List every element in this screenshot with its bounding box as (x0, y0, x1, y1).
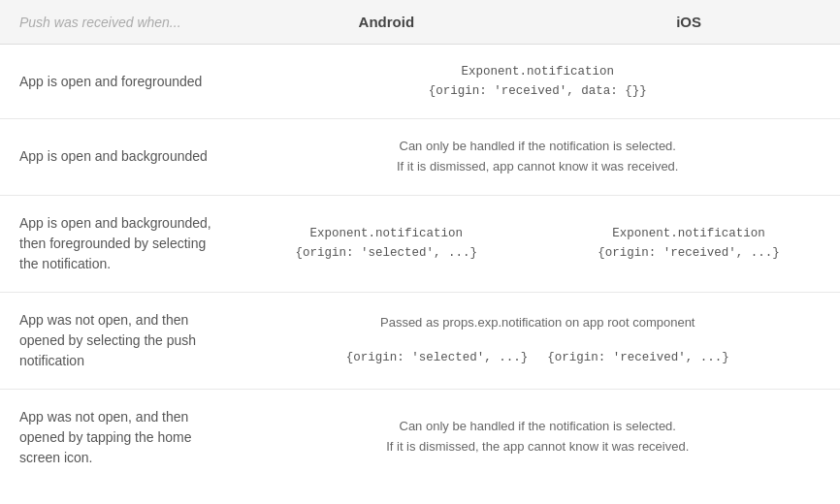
table-row: App was not open, and then opened by tap… (0, 389, 840, 486)
main-table-container: Push was received when... Android iOS Ap… (0, 0, 840, 486)
condition-cell: App was not open, and then opened by sel… (0, 292, 235, 389)
condition-cell: App was not open, and then opened by tap… (0, 389, 235, 486)
condition-header: Push was received when... (0, 0, 235, 45)
ios-cell: Exponent.notification{origin: 'received'… (537, 195, 840, 292)
table-row: App is open and foregroundedExponent.not… (0, 45, 840, 119)
condition-cell: App is open and backgrounded, then foreg… (0, 195, 235, 292)
android-cell: Exponent.notification{origin: 'selected'… (235, 195, 537, 292)
ios-header: iOS (537, 0, 840, 45)
comparison-table: Push was received when... Android iOS Ap… (0, 0, 840, 486)
table-row: App was not open, and then opened by sel… (0, 292, 840, 389)
table-header-row: Push was received when... Android iOS (0, 0, 840, 45)
android-ios-cell: Exponent.notification{origin: 'received'… (235, 45, 840, 119)
android-ios-cell: Can only be handled if the notification … (235, 389, 840, 486)
android-header: Android (235, 0, 537, 45)
condition-cell: App is open and backgrounded (0, 119, 235, 196)
condition-cell: App is open and foregrounded (0, 45, 235, 119)
android-ios-cell: Passed as props.exp.notification on app … (235, 292, 840, 389)
table-row: App is open and backgroundedCan only be … (0, 119, 840, 196)
table-row: App is open and backgrounded, then foreg… (0, 195, 840, 292)
android-ios-cell: Can only be handled if the notification … (235, 119, 840, 196)
